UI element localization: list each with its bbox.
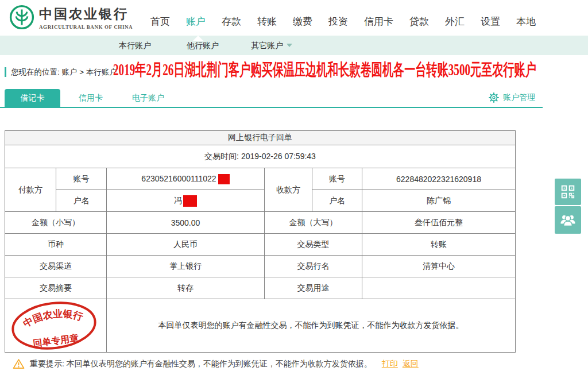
floating-toolbar [555, 179, 581, 235]
brand-name-cn: 中国农业银行 [39, 5, 133, 23]
amount-upper-value: 叁仟伍佰元整 [362, 212, 516, 234]
nav-item-local[interactable]: 本地 [516, 15, 536, 28]
print-link[interactable]: 打印 [382, 359, 398, 368]
payee-account-label: 账号 [312, 168, 362, 190]
top-bar: 中国农业银行 AGRICULTURAL BANK OF CHINA 首页 账户 … [0, 0, 588, 36]
receipt-stamp-row: 中国农业银行 回单专用章 本回单仅表明您的账户有金融性交易，不能作为到账凭证，不… [5, 299, 516, 353]
purpose-label: 交易用途 [265, 277, 362, 299]
abc-bank-logo-icon [9, 5, 34, 30]
receipt-summary-row: 交易摘要 转存 交易用途 [5, 277, 516, 299]
notice-label: 重要提示: [30, 359, 64, 368]
nav-item-payments[interactable]: 缴费 [293, 15, 312, 28]
receipt-amount-row: 金额（小写） 3500.00 金额（大写） 叁仟伍佰元整 [5, 212, 516, 234]
channel-value: 掌上银行 [107, 256, 265, 277]
bank-stamp: 中国农业银行 回单专用章 [6, 295, 102, 357]
txn-type-value: 转账 [362, 234, 516, 256]
nav-item-loans[interactable]: 贷款 [409, 15, 429, 28]
payee-group-label: 收款方 [265, 168, 312, 212]
txn-type-label: 交易类型 [265, 234, 362, 256]
gear-icon [489, 92, 499, 103]
qr-code-button[interactable] [555, 179, 581, 205]
payee-name-label: 户名 [312, 190, 362, 212]
subnav-item-our-bank-accounts[interactable]: 本行账户 [119, 36, 151, 55]
payer-account-number: 62305216000111022 [141, 174, 216, 183]
sub-nav: 本行账户 他行账户 其它账户 [0, 36, 588, 55]
txn-bank-value: 清算中心 [362, 256, 516, 277]
receipt-channel-row: 交易渠道 掌上银行 交易行名 清算中心 [5, 256, 516, 277]
main-nav: 首页 账户 存款 转账 缴费 投资 信用卡 贷款 外汇 设置 本地 [150, 15, 536, 28]
breadcrumb: 您现在的位置: 账户 > 本行账户 [5, 67, 117, 77]
chevron-down-icon [287, 44, 292, 47]
qr-code-icon [560, 184, 575, 199]
nav-item-forex[interactable]: 外汇 [445, 15, 465, 28]
purpose-value [362, 277, 516, 299]
receipt-title-row: 网上银行电子回单 [5, 131, 516, 145]
receipt-time-row: 交易时间: 2019-02-26 07:59:43 [5, 145, 516, 168]
payer-account-value: 62305216000111022 [107, 168, 265, 190]
nav-item-settings[interactable]: 设置 [481, 15, 500, 28]
redaction-box [218, 174, 230, 184]
txn-bank-label: 交易行名 [265, 256, 362, 277]
stamp-line2: 回单专用章 [32, 333, 79, 349]
payer-name-value: 冯 [107, 190, 265, 212]
summary-value: 转存 [107, 277, 265, 299]
nav-item-home[interactable]: 首页 [150, 15, 170, 28]
tab-debit-card[interactable]: 借记卡 [5, 89, 60, 107]
back-link[interactable]: 返回 [403, 359, 419, 368]
payer-name: 冯 [174, 196, 182, 205]
tab-credit-card[interactable]: 信用卡 [72, 89, 109, 107]
customer-service-button[interactable] [555, 206, 581, 234]
payer-name-label: 户名 [56, 190, 107, 212]
footer-notice: 重要提示: 本回单仅表明您的账户有金融性交易，不能作为到账凭证，不能作为收款方发… [13, 358, 419, 369]
amount-upper-label: 金额（大写） [265, 212, 362, 234]
subnav-item-other-accounts-label: 其它账户 [251, 41, 283, 50]
receipt-name-row: 户名 冯 户名 陈广锦 [5, 190, 516, 212]
currency-label: 币种 [5, 234, 107, 256]
warning-icon [13, 358, 25, 369]
account-manage-label: 账户管理 [503, 92, 535, 103]
payer-group-label: 付款方 [5, 168, 56, 212]
currency-value: 人民币 [107, 234, 265, 256]
receipt-title: 网上银行电子回单 [5, 131, 516, 145]
receipt-account-row: 付款方 账号 62305216000111022 收款方 账号 62284820… [5, 168, 516, 190]
brand: 中国农业银行 AGRICULTURAL BANK OF CHINA [9, 5, 133, 30]
payee-name-value: 陈广锦 [362, 190, 516, 212]
time-label: 交易时间: [204, 152, 239, 161]
subnav-item-other-accounts[interactable]: 其它账户 [251, 36, 292, 55]
receipt-currency-row: 币种 人民币 交易类型 转账 [5, 234, 516, 256]
tab-e-account[interactable]: 电子账户 [124, 89, 172, 107]
nav-item-transfer[interactable]: 转账 [257, 15, 277, 28]
account-manage-button[interactable]: 账户管理 [489, 92, 535, 103]
nav-item-credit-card[interactable]: 信用卡 [364, 15, 393, 28]
nav-item-deposits[interactable]: 存款 [222, 15, 241, 28]
tab-underline [0, 107, 543, 108]
receipt-note: 本回单仅表明您的账户有金融性交易，不能作为到账凭证，不能作为收款方发货依据。 [107, 299, 516, 353]
payee-account-value: 6228482022321620918 [362, 168, 516, 190]
redaction-box [183, 195, 197, 207]
nav-item-investment[interactable]: 投资 [328, 15, 348, 28]
brand-name-en: AGRICULTURAL BANK OF CHINA [39, 24, 133, 30]
red-annotation-text: 2019年2月26日湖北荆门客户购买保温压边机和长款卷圆机各一台转账3500元至… [113, 59, 536, 82]
notice-text: 本回单仅表明您的账户有金融性交易，不能作为到账凭证，不能作为收款方发货依据。 [67, 359, 372, 368]
e-receipt-table: 网上银行电子回单 交易时间: 2019-02-26 07:59:43 付款方 账… [5, 130, 516, 353]
active-nav-caret [193, 36, 203, 41]
people-icon [560, 212, 576, 227]
payer-account-label: 账号 [56, 168, 107, 190]
time-value: 2019-02-26 07:59:43 [241, 152, 316, 161]
channel-label: 交易渠道 [5, 256, 107, 277]
nav-item-accounts[interactable]: 账户 [186, 15, 206, 28]
amount-lower-value: 3500.00 [107, 212, 265, 234]
amount-lower-label: 金额（小写） [5, 212, 107, 234]
